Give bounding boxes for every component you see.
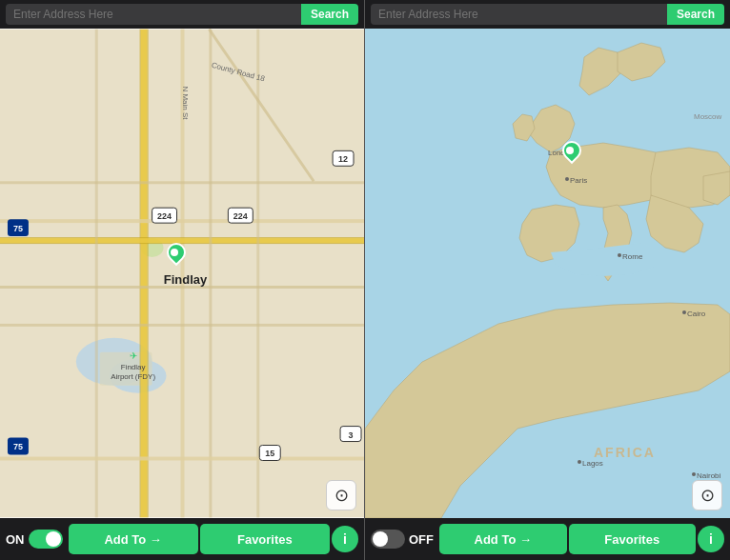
svg-point-56 <box>565 177 569 181</box>
svg-rect-7 <box>148 30 149 518</box>
left-toolbar: ON Add To → Favorites i <box>0 518 364 560</box>
right-search-bar: Search <box>365 0 730 29</box>
left-map-pin[interactable] <box>167 243 186 262</box>
right-toggle-label: OFF <box>409 532 434 547</box>
left-map-area: 75 75 224 224 12 15 3 N <box>0 29 364 518</box>
right-panel: Search rth Atlantic Ocean AFRICA H C A <box>365 0 730 560</box>
right-map-area: rth Atlantic Ocean AFRICA H C A <box>365 29 730 518</box>
left-address-input[interactable] <box>6 4 301 25</box>
svg-text:75: 75 <box>13 224 23 233</box>
left-toggle-container[interactable]: ON <box>6 530 63 549</box>
right-toggle-container[interactable]: OFF <box>371 530 434 549</box>
svg-point-50 <box>682 310 686 314</box>
svg-rect-5 <box>141 30 148 518</box>
svg-text:Cairo: Cairo <box>687 310 706 318</box>
right-map-pin[interactable] <box>562 141 581 160</box>
svg-text:3: 3 <box>349 430 354 440</box>
svg-rect-19 <box>95 30 98 518</box>
svg-point-52 <box>578 460 581 464</box>
right-search-button[interactable]: Search <box>667 4 724 25</box>
left-search-bar: Search <box>0 0 364 29</box>
svg-text:Nairobi: Nairobi <box>697 471 721 480</box>
svg-text:15: 15 <box>265 449 274 458</box>
left-panel: Search <box>0 0 365 560</box>
svg-text:Moscow: Moscow <box>694 112 722 121</box>
svg-text:224: 224 <box>233 211 248 221</box>
svg-text:Findlay: Findlay <box>164 272 208 287</box>
svg-rect-20 <box>0 456 364 460</box>
right-address-input[interactable] <box>371 4 667 25</box>
svg-text:12: 12 <box>338 154 348 164</box>
svg-text:✈: ✈ <box>130 350 137 361</box>
svg-rect-10 <box>0 237 364 238</box>
left-compass-button[interactable]: ⊙ <box>326 480 356 510</box>
svg-text:Rome: Rome <box>622 252 643 261</box>
svg-rect-6 <box>140 30 141 518</box>
left-add-to-button[interactable]: Add To → <box>69 524 198 554</box>
svg-text:224: 224 <box>157 211 172 221</box>
svg-text:Lagos: Lagos <box>582 459 603 468</box>
right-toggle-knob <box>373 531 388 547</box>
left-info-button[interactable]: i <box>332 526 358 552</box>
right-toolbar: OFF Add To → Favorites i <box>365 518 730 560</box>
left-favorites-button[interactable]: Favorites <box>200 524 330 554</box>
svg-text:Findlay: Findlay <box>121 363 146 371</box>
svg-rect-17 <box>209 30 212 518</box>
svg-text:N Main St: N Main St <box>180 87 189 121</box>
svg-rect-12 <box>0 219 364 223</box>
right-map-svg: rth Atlantic Ocean AFRICA H C A <box>365 29 730 518</box>
left-toggle-switch[interactable] <box>29 530 63 549</box>
right-compass-button[interactable]: ⊙ <box>692 480 722 510</box>
left-toggle-label: ON <box>6 532 25 547</box>
svg-text:75: 75 <box>13 443 23 452</box>
svg-point-54 <box>692 472 696 476</box>
svg-point-48 <box>618 253 621 257</box>
svg-rect-14 <box>0 324 364 327</box>
svg-rect-15 <box>0 181 364 184</box>
svg-text:Airport (FDY): Airport (FDY) <box>111 372 155 381</box>
right-info-button[interactable]: i <box>698 526 724 552</box>
left-search-button[interactable]: Search <box>301 4 358 25</box>
svg-text:AFRICA: AFRICA <box>594 445 656 460</box>
svg-text:Paris: Paris <box>570 176 587 185</box>
svg-rect-18 <box>256 30 259 518</box>
left-map-svg: 75 75 224 224 12 15 3 N <box>0 29 364 518</box>
left-toggle-knob <box>46 531 61 547</box>
right-favorites-button[interactable]: Favorites <box>569 524 697 554</box>
right-toggle-switch[interactable] <box>371 530 405 549</box>
right-add-to-button[interactable]: Add To → <box>439 524 567 554</box>
